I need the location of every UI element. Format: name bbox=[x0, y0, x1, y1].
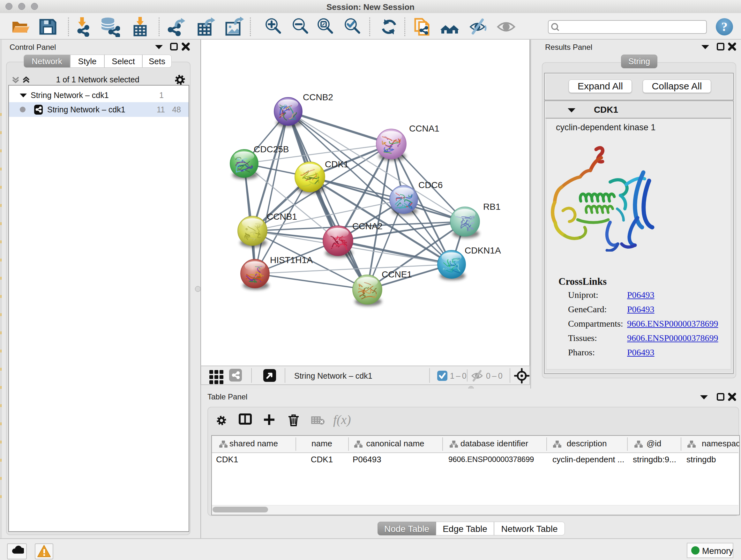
svg-text:CDKN1A: CDKN1A bbox=[465, 246, 501, 255]
svg-text:CCNA1: CCNA1 bbox=[409, 124, 440, 133]
svg-text:CCNE1: CCNE1 bbox=[382, 269, 412, 279]
svg-text:RB1: RB1 bbox=[483, 202, 500, 212]
svg-text:CCNB2: CCNB2 bbox=[303, 92, 333, 102]
svg-text:CDC6: CDC6 bbox=[418, 180, 443, 190]
svg-text:CDK1: CDK1 bbox=[325, 159, 349, 169]
svg-text:HIST1H1A: HIST1H1A bbox=[270, 255, 313, 265]
svg-text:CCNA2: CCNA2 bbox=[352, 221, 383, 231]
svg-text:CDC25B: CDC25B bbox=[254, 144, 289, 154]
svg-text:CCNB1: CCNB1 bbox=[267, 212, 297, 222]
